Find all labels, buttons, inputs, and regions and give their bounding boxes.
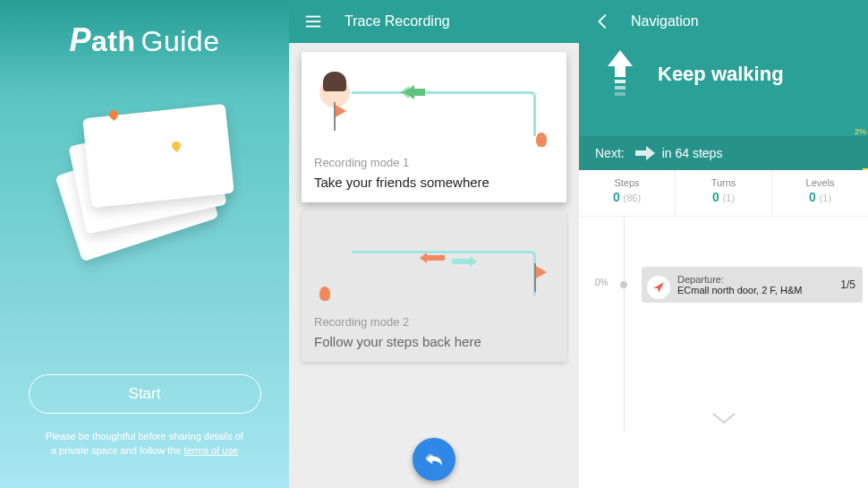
departure-location: ECmall north door, 2 F, H&M — [677, 285, 802, 295]
stat-steps: Steps 0 (86) — [579, 170, 676, 216]
navigation-pointer-icon — [647, 276, 670, 299]
footprint-icon — [536, 133, 547, 147]
stat-levels: Levels 0 (1) — [772, 170, 868, 216]
progress-percent: 2% — [855, 127, 866, 136]
timeline-percent: 0% — [595, 278, 608, 287]
appbar-title: Trace Recording — [345, 13, 450, 30]
hamburger-icon[interactable] — [303, 12, 323, 31]
reply-fab-button[interactable] — [413, 438, 455, 481]
appbar: Trace Recording — [289, 0, 579, 43]
navigation-screen: Navigation Keep walking Next: in 64 step… — [579, 0, 868, 488]
chevron-down-icon[interactable] — [711, 412, 736, 424]
next-step-bar: Next: in 64 steps — [579, 136, 868, 170]
recording-mode-2-card[interactable]: Recording mode 2 Follow your steps back … — [302, 211, 566, 362]
return-arrow-icon — [395, 82, 430, 106]
stat-turns: Turns 0 (1) — [676, 170, 772, 216]
instruction-block: Keep walking — [579, 43, 868, 98]
swap-arrows-icon — [420, 251, 477, 267]
mode1-title: Take your friends somewhere — [314, 175, 554, 190]
svg-rect-3 — [615, 80, 625, 83]
disclaimer-text: Please be thoughtful before sharing deta… — [19, 430, 270, 458]
svg-rect-4 — [615, 86, 625, 90]
next-text: in 64 steps — [662, 146, 723, 160]
instruction-text: Keep walking — [658, 63, 784, 86]
start-button[interactable]: Start — [29, 374, 261, 414]
timeline-dot — [620, 281, 627, 288]
logo-text-1: ath — [91, 25, 136, 58]
logo-text-2: Guide — [141, 25, 220, 58]
timeline: 0% Departure: ECmall north door, 2 F, H&… — [579, 217, 868, 432]
navigation-hero: Navigation Keep walking Next: in 64 step… — [579, 0, 868, 170]
footprint-icon — [319, 287, 330, 301]
trace-recording-screen: Trace Recording Recording mode 1 Take yo… — [289, 0, 579, 488]
recording-mode-1-card[interactable]: Recording mode 1 Take your friends somew… — [302, 52, 566, 202]
mode2-label: Recording mode 2 — [314, 315, 554, 329]
right-arrow-icon — [635, 146, 655, 160]
next-label: Next: — [595, 146, 625, 160]
mode1-illustration — [314, 61, 554, 150]
terms-of-use-link[interactable]: terms of use — [184, 445, 239, 456]
straight-arrow-icon — [600, 50, 640, 98]
welcome-screen: P ath Guide Start Please be thoughtful b… — [0, 0, 289, 488]
back-arrow-icon[interactable] — [593, 12, 613, 31]
stats-row: Steps 0 (86) Turns 0 (1) Levels 0 (1) — [579, 170, 868, 217]
progress-bar — [863, 168, 868, 170]
departure-counter: 1/5 — [840, 278, 855, 291]
mode1-label: Recording mode 1 — [314, 156, 554, 169]
departure-card[interactable]: Departure: ECmall north door, 2 F, H&M 1… — [642, 267, 863, 303]
mode2-illustration — [314, 220, 554, 310]
map-illustration — [51, 95, 239, 265]
appbar: Navigation — [579, 0, 868, 43]
appbar-title: Navigation — [631, 13, 699, 30]
app-logo: P ath Guide — [70, 21, 220, 59]
svg-rect-5 — [615, 92, 625, 96]
start-button-label: Start — [129, 385, 161, 403]
mode2-title: Follow your steps back here — [314, 334, 554, 349]
departure-label: Departure: — [677, 274, 802, 285]
logo-letter: P — [70, 21, 92, 59]
